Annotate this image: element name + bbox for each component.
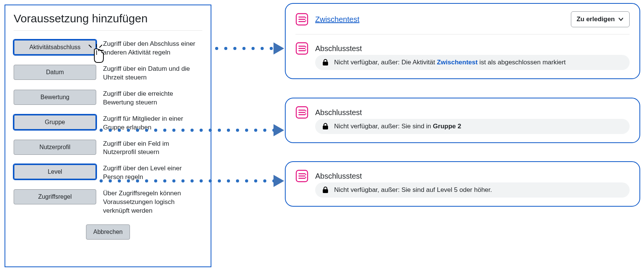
restriction-option-row: ZugriffsregelÜber Zugriffsregeln können …: [14, 187, 202, 221]
restriction-text-suffix: ist als abgeschlossen markiert: [478, 59, 566, 66]
restriction-option-row: BewertungZugriff über die erreichte Bewe…: [14, 87, 202, 112]
activity-title: Abschlusstest: [315, 108, 362, 117]
completion-toggle-button[interactable]: Zu erledigen: [571, 11, 630, 27]
connector-dots-activity: [212, 45, 275, 52]
activity-row: Abschlusstest: [295, 106, 630, 119]
divider: [295, 34, 630, 34]
restriction-text-prefix: Nicht verfügbar, außer: Sie sind in: [334, 123, 433, 130]
connector-dots-level: [97, 177, 275, 185]
lock-icon: [322, 186, 329, 194]
restriction-option-level-button[interactable]: Level: [14, 164, 96, 179]
restriction-option-activity-completion-button[interactable]: Aktivitätsabschluss: [14, 40, 96, 55]
restriction-text-bold[interactable]: Zwischentest: [437, 59, 478, 66]
activity-row: Abschlusstest: [295, 42, 630, 55]
restriction-message: Nicht verfügbar, außer: Die Aktivität Zw…: [315, 55, 630, 70]
restriction-option-group-button[interactable]: Gruppe: [14, 115, 96, 130]
restriction-option-date-description: Zugriff über ein Datum und die Uhrzeit s…: [103, 65, 202, 82]
restriction-text: Nicht verfügbar, außer: Sie sind in Grup…: [334, 123, 461, 130]
restriction-text-prefix: Nicht verfügbar, außer: Sie sind auf Lev…: [334, 186, 492, 193]
restriction-option-userprofile-description: Zugriff über ein Feld im Nutzerprofil st…: [103, 140, 202, 157]
restriction-option-ruleset-button[interactable]: Zugriffsregel: [14, 189, 96, 204]
activity-link[interactable]: Zwischentest: [315, 15, 360, 24]
restriction-option-row: AktivitätsabschlussZugriff über den Absc…: [14, 37, 202, 62]
restriction-option-userprofile-button[interactable]: Nutzerprofil: [14, 140, 96, 155]
restriction-text: Nicht verfügbar, außer: Sie sind auf Lev…: [334, 186, 492, 194]
cancel-button[interactable]: Abbrechen: [86, 224, 130, 240]
activity-row: Abschlusstest: [295, 170, 630, 182]
restriction-text: Nicht verfügbar, außer: Die Aktivität Zw…: [334, 59, 566, 66]
restriction-message: Nicht verfügbar, außer: Sie sind auf Lev…: [315, 182, 630, 198]
quiz-icon: [295, 106, 308, 119]
restriction-option-date-button[interactable]: Datum: [14, 65, 96, 80]
restriction-message: Nicht verfügbar, außer: Sie sind in Grup…: [315, 119, 630, 134]
completion-toggle-label: Zu erledigen: [577, 16, 615, 23]
quiz-icon: [295, 42, 308, 55]
divider: [14, 30, 202, 31]
restriction-text-bold: Gruppe 2: [433, 123, 461, 130]
activity-title: Abschlusstest: [315, 172, 362, 181]
connector-dots-group: [97, 126, 275, 134]
card-group: AbschlusstestNicht verfügbar, außer: Sie…: [285, 98, 640, 143]
quiz-icon: [295, 13, 308, 26]
restriction-option-grade-button[interactable]: Bewertung: [14, 90, 96, 105]
dialog-title: Voraussetzung hinzufügen: [14, 12, 202, 25]
quiz-icon: [295, 170, 308, 182]
activity-row: ZwischentestZu erledigen: [295, 11, 630, 27]
card-activity: ZwischentestZu erledigenAbschlusstestNic…: [285, 3, 640, 79]
chevron-down-icon: [618, 16, 624, 22]
activity-title: Abschlusstest: [315, 44, 362, 53]
lock-icon: [322, 59, 329, 66]
restriction-text-prefix: Nicht verfügbar, außer: Die Aktivität: [334, 59, 437, 66]
connector-arrow-level: [274, 175, 284, 187]
lock-icon: [322, 123, 329, 130]
restriction-option-activity-completion-description: Zugriff über den Abschluss einer anderen…: [103, 40, 202, 57]
card-level: AbschlusstestNicht verfügbar, außer: Sie…: [285, 161, 640, 207]
restriction-option-row: NutzerprofilZugriff über ein Feld im Nut…: [14, 137, 202, 162]
restriction-option-grade-description: Zugriff über die erreichte Bewertung ste…: [103, 90, 202, 107]
connector-arrow-activity: [274, 42, 284, 55]
connector-arrow-group: [274, 124, 284, 136]
restriction-option-ruleset-description: Über Zugriffsregeln können Voraussetzung…: [103, 189, 202, 215]
restriction-option-row: DatumZugriff über ein Datum und die Uhrz…: [14, 62, 202, 87]
add-restriction-dialog: Voraussetzung hinzufügen Aktivitätsabsch…: [5, 5, 211, 267]
